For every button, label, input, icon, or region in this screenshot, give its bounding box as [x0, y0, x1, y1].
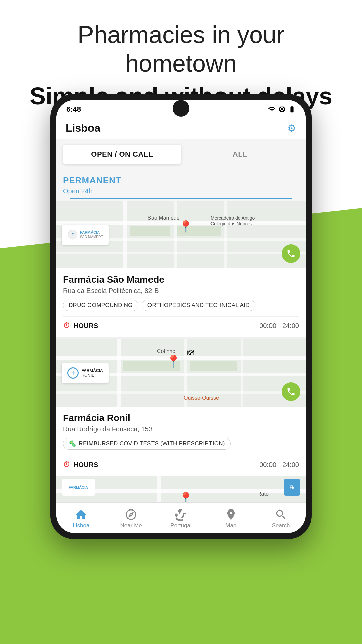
pharmacy-card-2[interactable]: 🍽 Cotinho Ouisse-Ouisse 📍 + FARMÁCIARONI…	[56, 339, 306, 476]
logo-icon-1: F	[67, 229, 78, 240]
home-icon	[75, 508, 87, 521]
phone-icon-2	[286, 387, 296, 396]
badge-3: ℞	[284, 479, 300, 496]
nav-item-lisboa[interactable]: Lisboa	[56, 507, 106, 530]
phone-outer: 6:48 Lisboa	[50, 94, 312, 539]
card-separator-1	[56, 337, 306, 339]
pharmacy-card-3-partial: Rato 📍 FARMÁCIA ℞	[56, 476, 306, 502]
settings-icon[interactable]: ⚙	[287, 122, 296, 134]
hours-row-2: ⏱ HOURS 00:00 - 24:00	[63, 455, 299, 471]
map-pin-2: 📍	[166, 354, 181, 368]
svg-text:Mercadeiro do Antigo: Mercadeiro do Antigo	[210, 215, 255, 221]
svg-rect-17	[56, 391, 306, 394]
compass-icon	[125, 508, 137, 521]
hours-text-2: HOURS	[74, 461, 98, 469]
call-button-1[interactable]	[282, 244, 300, 263]
nav-item-map[interactable]: Map	[206, 507, 256, 530]
hours-text-1: HOURS	[74, 322, 98, 330]
svg-rect-18	[117, 339, 121, 407]
virus-icon: 🦠	[69, 440, 76, 447]
svg-rect-6	[224, 201, 227, 268]
tag-covid: 🦠 REIMBURSED COVID TESTS (WITH PRESCRIPT…	[63, 438, 231, 450]
hours-label-2: ⏱ HOURS	[63, 460, 98, 469]
section-subtitle: Open 24h	[63, 187, 299, 195]
city-label: Lisboa	[66, 122, 100, 135]
wifi-icon	[268, 106, 276, 113]
phone-icon-1	[286, 249, 296, 258]
pharmacy-logo-3: FARMÁCIA	[62, 479, 95, 496]
card-info-1: Farmácia São Mamede Rua da Escola Polité…	[56, 268, 306, 337]
search-icon	[275, 508, 287, 521]
svg-rect-5	[174, 201, 177, 268]
nav-label-search: Search	[272, 522, 290, 529]
phone-screen: 6:48 Lisboa	[56, 100, 306, 533]
svg-rect-4	[123, 201, 127, 268]
svg-text:Rato: Rato	[257, 491, 269, 497]
toggle-tabs: OPEN / ON CALL ALL	[56, 139, 306, 169]
bottom-nav: Lisboa Near Me Portugal	[56, 502, 306, 533]
pharmacy-address-2: Rua Rodrigo da Fonseca, 153	[63, 425, 299, 433]
hours-row-1: ⏱ HOURS 00:00 - 24:00	[63, 316, 299, 332]
pharmacy-address-1: Rua da Escola Politécnica, 82-B	[63, 287, 299, 295]
nav-label-lisboa: Lisboa	[73, 522, 89, 529]
clock-icon-1: ⏱	[63, 321, 70, 330]
hours-value-2: 00:00 - 24:00	[259, 461, 299, 469]
camera-notch	[173, 100, 189, 117]
svg-rect-20	[241, 339, 243, 407]
tags-row-1: DRUG COMPOUNDING ORTHOPEDICS AND TECHNIC…	[63, 300, 299, 311]
promo-title: Pharmacies in your hometown	[27, 20, 335, 78]
tag-drug-compounding: DRUG COMPOUNDING	[63, 300, 138, 311]
tag-orthopedics: ORTHOPEDICS AND TECHNICAL AID	[142, 300, 255, 311]
tab-all[interactable]: ALL	[181, 145, 299, 164]
map-thumb-2: 🍽 Cotinho Ouisse-Ouisse 📍 + FARMÁCIARONI…	[56, 339, 306, 407]
app-header: Lisboa ⚙	[56, 117, 306, 139]
tags-row-2: 🦠 REIMBURSED COVID TESTS (WITH PRESCRIPT…	[63, 438, 299, 450]
card-info-2: Farmácia Ronil Rua Rodrigo da Fonseca, 1…	[56, 407, 306, 476]
hours-value-1: 00:00 - 24:00	[259, 322, 299, 330]
svg-rect-7	[130, 226, 170, 236]
hours-label-1: ⏱ HOURS	[63, 321, 98, 330]
clock-icon-2: ⏱	[63, 460, 70, 469]
logo-plus-2: +	[67, 367, 79, 379]
nav-label-near-me: Near Me	[120, 522, 142, 529]
map-pin-3: 📍	[178, 492, 193, 502]
logo-text-2: FARMÁCIARONIL	[81, 368, 103, 378]
svg-text:Colégio dos Nobres: Colégio dos Nobres	[210, 221, 252, 226]
pharmacy-logo-2: + FARMÁCIARONIL	[62, 363, 109, 383]
svg-text:F: F	[72, 233, 74, 237]
section-title: PERMANENT	[63, 175, 299, 186]
svg-rect-3	[56, 252, 306, 254]
pharmacy-name-1: Farmácia São Mamede	[63, 274, 299, 285]
svg-rect-22	[190, 361, 237, 371]
signal-icon	[278, 106, 286, 113]
map-pin-1: 📍	[178, 220, 193, 234]
nav-item-near-me[interactable]: Near Me	[106, 507, 156, 530]
location-icon	[225, 508, 237, 521]
pharmacy-card-1[interactable]: São Mamede Mercadeiro do Antigo Colégio …	[56, 201, 306, 337]
svg-text:Cotinho: Cotinho	[157, 348, 175, 354]
status-time: 6:48	[66, 105, 81, 114]
pharmacy-logo-1: F FARMÁCIASÃO MAMEDE	[62, 225, 109, 245]
nav-item-search[interactable]: Search	[256, 507, 306, 530]
nav-label-portugal: Portugal	[170, 522, 191, 529]
section-divider	[70, 198, 292, 199]
section-header: PERMANENT Open 24h	[56, 169, 306, 201]
map-thumb-1: São Mamede Mercadeiro do Antigo Colégio …	[56, 201, 306, 268]
nav-label-map: Map	[225, 522, 236, 529]
tab-open-on-call[interactable]: OPEN / ON CALL	[63, 145, 181, 164]
status-icons	[268, 106, 296, 113]
svg-rect-28	[157, 476, 161, 502]
call-button-2[interactable]	[282, 382, 300, 401]
nav-item-portugal[interactable]: Portugal	[156, 507, 206, 530]
svg-text:Ouisse-Ouisse: Ouisse-Ouisse	[184, 395, 219, 401]
map-thumb-3: Rato 📍 FARMÁCIA ℞	[56, 476, 306, 502]
svg-text:🍽: 🍽	[187, 348, 194, 356]
camera-icon	[175, 508, 187, 521]
battery-icon	[288, 106, 296, 113]
phone-wrapper: 6:48 Lisboa	[50, 94, 312, 539]
pharmacy-name-2: Farmácia Ronil	[63, 413, 299, 423]
svg-text:São Mamede: São Mamede	[147, 215, 179, 221]
